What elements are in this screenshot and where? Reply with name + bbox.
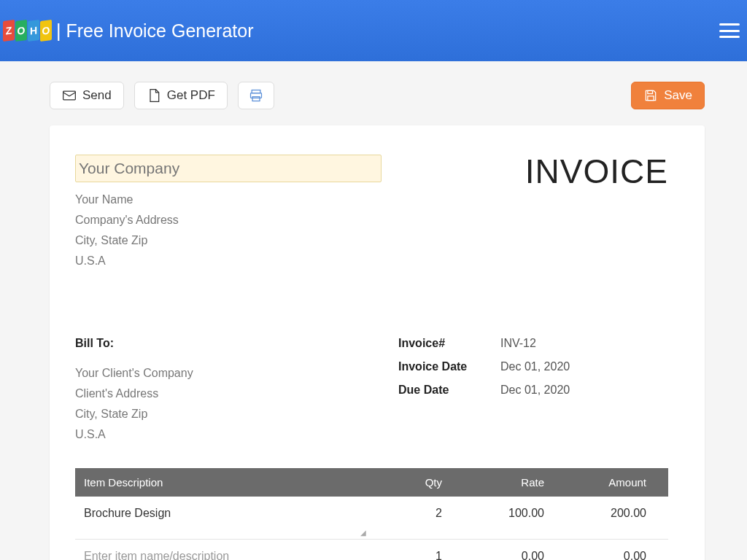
svg-rect-4 bbox=[648, 90, 653, 93]
logo-area: Z O H O | Free Invoice Generator bbox=[3, 20, 254, 42]
due-date-label: Due Date bbox=[398, 384, 500, 397]
item-rate-cell[interactable]: 100.00 bbox=[457, 507, 559, 520]
from-citystate-field[interactable]: City, State Zip bbox=[75, 230, 382, 251]
save-button-label: Save bbox=[664, 88, 692, 103]
invoice-title[interactable]: INVOICE bbox=[525, 152, 668, 191]
from-company-block: Your Name Company's Address City, State … bbox=[75, 155, 382, 271]
file-icon bbox=[147, 88, 161, 103]
from-country-field[interactable]: U.S.A bbox=[75, 251, 382, 271]
from-address-field[interactable]: Company's Address bbox=[75, 210, 382, 230]
zoho-logo[interactable]: Z O H O bbox=[3, 20, 52, 41]
item-amount-cell: 0.00 bbox=[559, 550, 661, 560]
save-button[interactable]: Save bbox=[631, 82, 705, 109]
header-qty: Qty bbox=[369, 476, 457, 489]
svg-rect-1 bbox=[252, 90, 260, 93]
resize-handle-icon[interactable]: ◢ bbox=[360, 529, 366, 534]
print-button[interactable] bbox=[238, 82, 274, 109]
table-row: Enter item name/description ◢ 1 0.00 0.0… bbox=[75, 540, 668, 560]
meta-row-due: Due Date Dec 01, 2020 bbox=[398, 384, 668, 397]
header-title: | Free Invoice Generator bbox=[56, 20, 254, 42]
logo-letter-o1: O bbox=[15, 20, 27, 42]
logo-letter-o2: O bbox=[40, 20, 52, 42]
svg-rect-0 bbox=[63, 91, 76, 100]
save-icon bbox=[643, 88, 658, 103]
billto-country-field[interactable]: U.S.A bbox=[75, 424, 369, 445]
hamburger-menu-icon[interactable] bbox=[719, 23, 740, 38]
item-description-text: Brochure Design bbox=[84, 507, 171, 519]
due-date-value[interactable]: Dec 01, 2020 bbox=[500, 384, 570, 397]
app-header: Z O H O | Free Invoice Generator bbox=[0, 0, 747, 61]
invoice-meta-block: Invoice# INV-12 Invoice Date Dec 01, 202… bbox=[398, 337, 668, 445]
billto-citystate-field[interactable]: City, State Zip bbox=[75, 404, 369, 424]
table-header: Item Description Qty Rate Amount bbox=[75, 468, 668, 497]
toolbar: Send Get PDF Save bbox=[0, 61, 747, 109]
from-name-field[interactable]: Your Name bbox=[75, 190, 382, 210]
send-button-label: Send bbox=[82, 88, 112, 103]
table-row: Brochure Design ◢ 2 100.00 200.00 bbox=[75, 497, 668, 540]
toolbar-left-group: Send Get PDF bbox=[50, 82, 274, 109]
invoice-top-row: Your Name Company's Address City, State … bbox=[75, 155, 668, 271]
meta-row-number: Invoice# INV-12 bbox=[398, 337, 668, 350]
header-amount: Amount bbox=[559, 476, 661, 489]
print-icon bbox=[249, 88, 263, 103]
item-description-cell[interactable]: Enter item name/description ◢ bbox=[82, 550, 369, 560]
invoice-date-label: Invoice Date bbox=[398, 360, 500, 373]
bill-to-block: Bill To: Your Client's Company Client's … bbox=[75, 337, 369, 445]
item-description-placeholder: Enter item name/description bbox=[84, 550, 229, 560]
header-item-description: Item Description bbox=[82, 476, 369, 489]
item-amount-cell: 200.00 bbox=[559, 507, 661, 520]
svg-rect-5 bbox=[648, 96, 654, 101]
company-name-input[interactable] bbox=[75, 155, 382, 182]
meta-row-date: Invoice Date Dec 01, 2020 bbox=[398, 360, 668, 373]
item-qty-cell[interactable]: 1 bbox=[369, 550, 457, 560]
invoice-card: Your Name Company's Address City, State … bbox=[50, 125, 705, 560]
item-qty-cell[interactable]: 2 bbox=[369, 507, 457, 520]
billto-address-field[interactable]: Client's Address bbox=[75, 384, 369, 404]
logo-letter-z: Z bbox=[3, 20, 15, 42]
get-pdf-button-label: Get PDF bbox=[167, 88, 215, 103]
items-table: Item Description Qty Rate Amount Brochur… bbox=[75, 468, 668, 560]
logo-letter-h: H bbox=[28, 20, 39, 42]
svg-rect-3 bbox=[252, 97, 260, 101]
bill-meta-row: Bill To: Your Client's Company Client's … bbox=[75, 337, 668, 445]
item-rate-cell[interactable]: 0.00 bbox=[457, 550, 559, 560]
header-rate: Rate bbox=[457, 476, 559, 489]
invoice-date-value[interactable]: Dec 01, 2020 bbox=[500, 360, 570, 373]
item-description-cell[interactable]: Brochure Design ◢ bbox=[82, 507, 369, 520]
get-pdf-button[interactable]: Get PDF bbox=[134, 82, 228, 109]
billto-company-field[interactable]: Your Client's Company bbox=[75, 363, 369, 384]
bill-to-label: Bill To: bbox=[75, 337, 369, 350]
invoice-number-value[interactable]: INV-12 bbox=[500, 337, 536, 350]
send-button[interactable]: Send bbox=[50, 82, 124, 109]
mail-icon bbox=[62, 88, 77, 103]
invoice-number-label: Invoice# bbox=[398, 337, 500, 350]
